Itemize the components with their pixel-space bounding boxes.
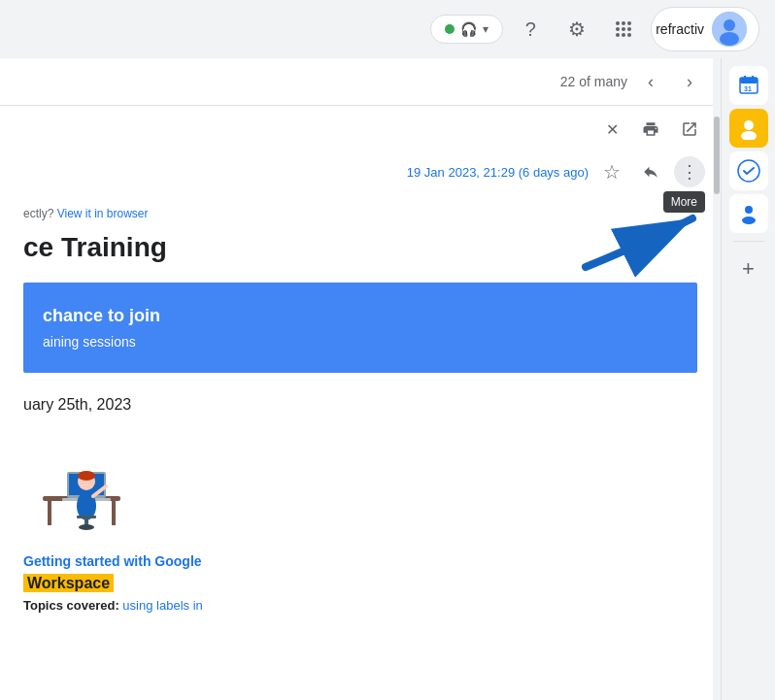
sidebar-item-contacts[interactable] (729, 109, 768, 148)
svg-point-10 (724, 19, 735, 31)
view-in-browser-line: ectly? View it in browser (23, 207, 697, 220)
svg-point-8 (627, 33, 631, 37)
svg-point-6 (616, 33, 620, 37)
svg-rect-13 (48, 501, 51, 525)
svg-rect-26 (740, 78, 758, 83)
nav-count: 22 of many (560, 74, 627, 89)
sidebar-item-tasks[interactable] (729, 151, 768, 190)
email-content: ectly? View it in browser ce Training ch… (0, 191, 721, 628)
svg-point-33 (745, 206, 753, 214)
topics-link[interactable]: using labels in (122, 598, 202, 613)
svg-point-2 (627, 21, 631, 25)
svg-rect-22 (77, 516, 96, 518)
meet-chevron-icon: ▾ (483, 22, 489, 36)
help-button[interactable]: ? (511, 10, 550, 49)
main-layout: 22 of many ‹ › ✕ 19 Jan 2023, 21:29 (6 d… (0, 0, 775, 700)
topics-label: Topics covered: (23, 598, 119, 613)
email-panel: 22 of many ‹ › ✕ 19 Jan 2023, 21:29 (6 d… (0, 58, 721, 700)
email-title: ce Training (23, 232, 697, 263)
settings-button[interactable]: ⚙ (557, 10, 596, 49)
apps-grid-button[interactable] (604, 10, 643, 49)
star-button[interactable]: ☆ (596, 156, 627, 187)
reply-button[interactable] (635, 156, 666, 187)
svg-text:31: 31 (744, 85, 752, 92)
sidebar-item-people[interactable] (729, 194, 768, 233)
email-date: 19 Jan 2023, 21:29 (6 days ago) (407, 165, 589, 180)
right-sidebar: 31 + (721, 58, 775, 700)
banner-subheading: aining sessions (43, 334, 678, 350)
top-bar: 🎧 ▾ ? ⚙ refractiv (0, 0, 775, 58)
svg-point-11 (720, 32, 739, 46)
svg-point-31 (741, 131, 757, 140)
blue-banner: chance to join aining sessions (23, 283, 697, 373)
sidebar-item-calendar[interactable]: 31 (729, 66, 768, 105)
title-ce: ce (23, 232, 53, 262)
svg-point-34 (742, 217, 756, 224)
more-button-wrapper: ⋮ More (674, 156, 705, 187)
email-nav: 22 of many ‹ › (560, 66, 705, 97)
title-training: Training (53, 232, 167, 262)
topics-line: Topics covered: using labels in (23, 598, 697, 613)
svg-point-1 (622, 21, 625, 25)
top-bar-controls: 🎧 ▾ ? ⚙ refractiv (430, 7, 759, 51)
prev-email-button[interactable]: ‹ (635, 66, 666, 97)
svg-point-30 (744, 120, 754, 130)
email-action-bar: ✕ (0, 106, 721, 152)
next-email-button[interactable]: › (674, 66, 705, 97)
svg-point-5 (627, 27, 631, 31)
email-date-line: uary 25th, 2023 (23, 396, 697, 414)
more-tooltip: More (663, 191, 705, 213)
email-toolbar: 22 of many ‹ › (0, 58, 721, 106)
highlight-text: Workspace (23, 574, 114, 592)
highlight-workspace: Workspace (23, 575, 697, 592)
meet-status-dot (445, 24, 455, 34)
more-options-button[interactable]: ⋮ (674, 156, 705, 187)
scroll-track (713, 58, 721, 700)
svg-point-7 (622, 33, 625, 37)
email-meta: 19 Jan 2023, 21:29 (6 days ago) ☆ ⋮ More (0, 152, 721, 191)
person-illustration (23, 433, 140, 530)
svg-rect-14 (112, 501, 116, 525)
sidebar-add-button[interactable]: + (729, 250, 768, 288)
scroll-thumb[interactable] (714, 117, 720, 194)
view-browser-prefix: ectly? (23, 207, 57, 220)
brand-name: refractiv (656, 21, 704, 37)
sidebar-divider (733, 241, 764, 242)
svg-point-20 (78, 471, 95, 481)
meet-button[interactable]: 🎧 ▾ (430, 15, 503, 44)
svg-point-24 (79, 524, 94, 530)
meet-headphones-icon: 🎧 (460, 21, 477, 37)
brand-area[interactable]: refractiv (651, 7, 759, 51)
banner-heading: chance to join (43, 306, 678, 326)
print-button[interactable] (635, 114, 666, 145)
svg-point-0 (616, 21, 620, 25)
close-email-button[interactable]: ✕ (596, 114, 627, 145)
avatar[interactable] (712, 12, 747, 47)
popout-button[interactable] (674, 114, 705, 145)
view-in-browser-link[interactable]: View it in browser (57, 207, 149, 220)
svg-point-4 (622, 27, 625, 31)
email-link-title[interactable]: Getting started with Google (23, 553, 697, 569)
svg-point-3 (616, 27, 620, 31)
